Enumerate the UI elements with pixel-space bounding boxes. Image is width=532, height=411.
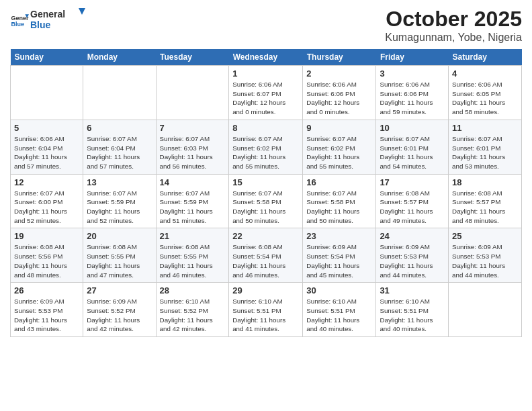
day-info: Sunrise: 6:10 AM Sunset: 5:51 PM Dayligh… [306,297,372,334]
calendar-cell [156,66,229,120]
day-number: 11 [452,123,518,133]
calendar-cell: 3Sunrise: 6:06 AM Sunset: 6:06 PM Daylig… [376,66,449,120]
calendar-cell: 22Sunrise: 6:08 AM Sunset: 5:54 PM Dayli… [229,228,303,283]
day-number: 20 [87,231,152,241]
day-info: Sunrise: 6:07 AM Sunset: 6:03 PM Dayligh… [160,134,226,171]
calendar-cell: 5Sunrise: 6:06 AM Sunset: 6:04 PM Daylig… [11,120,83,174]
day-info: Sunrise: 6:06 AM Sunset: 6:06 PM Dayligh… [380,80,445,117]
calendar-cell: 8Sunrise: 6:07 AM Sunset: 6:02 PM Daylig… [229,120,303,174]
svg-text:Blue: Blue [11,21,24,28]
day-info: Sunrise: 6:07 AM Sunset: 6:01 PM Dayligh… [452,134,518,171]
calendar-cell: 16Sunrise: 6:07 AM Sunset: 5:58 PM Dayli… [303,174,376,228]
day-number: 28 [160,285,226,295]
weekday-header-thursday: Thursday [303,49,376,66]
day-number: 8 [232,123,299,133]
day-number: 15 [232,177,299,187]
calendar-cell: 11Sunrise: 6:07 AM Sunset: 6:01 PM Dayli… [449,120,522,174]
day-number: 18 [452,177,518,187]
day-number: 21 [160,231,226,241]
header: General Blue General Blue October 2025 K… [10,7,522,44]
day-number: 22 [232,231,299,241]
day-info: Sunrise: 6:09 AM Sunset: 5:54 PM Dayligh… [306,242,372,279]
calendar-cell: 20Sunrise: 6:08 AM Sunset: 5:55 PM Dayli… [83,228,156,283]
calendar-cell: 17Sunrise: 6:08 AM Sunset: 5:57 PM Dayli… [376,174,449,228]
weekday-header-friday: Friday [376,49,449,66]
calendar-cell: 19Sunrise: 6:08 AM Sunset: 5:56 PM Dayli… [11,228,83,283]
weekday-header-wednesday: Wednesday [229,49,303,66]
calendar-cell: 2Sunrise: 6:06 AM Sunset: 6:06 PM Daylig… [303,66,376,120]
day-info: Sunrise: 6:06 AM Sunset: 6:05 PM Dayligh… [452,80,518,117]
svg-text:Blue: Blue [30,19,51,30]
calendar-cell: 10Sunrise: 6:07 AM Sunset: 6:01 PM Dayli… [376,120,449,174]
svg-text:General: General [30,9,65,19]
day-number: 7 [160,123,226,133]
calendar-title: October 2025 [385,7,522,32]
day-info: Sunrise: 6:10 AM Sunset: 5:51 PM Dayligh… [232,297,299,334]
title-block: October 2025 Kumagunnam, Yobe, Nigeria [385,7,522,44]
calendar-cell: 25Sunrise: 6:09 AM Sunset: 5:53 PM Dayli… [449,228,522,283]
day-number: 3 [380,68,445,79]
day-info: Sunrise: 6:06 AM Sunset: 6:07 PM Dayligh… [232,80,299,117]
week-row-1: 1Sunrise: 6:06 AM Sunset: 6:07 PM Daylig… [11,66,522,120]
calendar-cell [449,283,522,337]
calendar-cell: 13Sunrise: 6:07 AM Sunset: 5:59 PM Dayli… [83,174,156,228]
calendar-cell: 27Sunrise: 6:09 AM Sunset: 5:52 PM Dayli… [83,283,156,337]
calendar-cell: 1Sunrise: 6:06 AM Sunset: 6:07 PM Daylig… [229,66,303,120]
week-row-3: 12Sunrise: 6:07 AM Sunset: 6:00 PM Dayli… [11,174,522,228]
day-number: 1 [232,68,299,79]
weekday-header-sunday: Sunday [11,49,83,66]
day-number: 12 [14,177,79,187]
calendar-cell: 21Sunrise: 6:08 AM Sunset: 5:55 PM Dayli… [156,228,229,283]
logo-wordmark: General Blue [30,7,87,35]
week-row-4: 19Sunrise: 6:08 AM Sunset: 5:56 PM Dayli… [11,228,522,283]
day-info: Sunrise: 6:07 AM Sunset: 6:01 PM Dayligh… [380,134,445,171]
day-number: 6 [87,123,152,133]
day-info: Sunrise: 6:07 AM Sunset: 6:04 PM Dayligh… [87,134,152,171]
day-info: Sunrise: 6:06 AM Sunset: 6:06 PM Dayligh… [306,80,372,117]
day-info: Sunrise: 6:08 AM Sunset: 5:57 PM Dayligh… [380,189,445,226]
day-number: 26 [14,285,79,295]
calendar-table: SundayMondayTuesdayWednesdayThursdayFrid… [10,49,522,337]
day-info: Sunrise: 6:09 AM Sunset: 5:53 PM Dayligh… [452,242,518,279]
week-row-5: 26Sunrise: 6:09 AM Sunset: 5:53 PM Dayli… [11,283,522,337]
calendar-cell: 23Sunrise: 6:09 AM Sunset: 5:54 PM Dayli… [303,228,376,283]
weekday-header-tuesday: Tuesday [156,49,229,66]
day-number: 5 [14,123,79,133]
calendar-cell: 7Sunrise: 6:07 AM Sunset: 6:03 PM Daylig… [156,120,229,174]
day-info: Sunrise: 6:10 AM Sunset: 5:52 PM Dayligh… [160,297,226,334]
calendar-cell: 26Sunrise: 6:09 AM Sunset: 5:53 PM Dayli… [11,283,83,337]
day-number: 16 [306,177,372,187]
day-number: 23 [306,231,372,241]
day-number: 24 [380,231,445,241]
day-info: Sunrise: 6:07 AM Sunset: 5:58 PM Dayligh… [306,189,372,226]
calendar-cell [11,66,83,120]
day-info: Sunrise: 6:08 AM Sunset: 5:55 PM Dayligh… [87,242,152,279]
svg-marker-6 [79,8,85,15]
day-info: Sunrise: 6:07 AM Sunset: 6:02 PM Dayligh… [306,134,372,171]
calendar-cell: 30Sunrise: 6:10 AM Sunset: 5:51 PM Dayli… [303,283,376,337]
day-number: 19 [14,231,79,241]
day-number: 4 [452,68,518,79]
day-info: Sunrise: 6:09 AM Sunset: 5:53 PM Dayligh… [380,242,445,279]
calendar-cell: 24Sunrise: 6:09 AM Sunset: 5:53 PM Dayli… [376,228,449,283]
calendar-cell: 12Sunrise: 6:07 AM Sunset: 6:00 PM Dayli… [11,174,83,228]
calendar-cell: 15Sunrise: 6:07 AM Sunset: 5:58 PM Dayli… [229,174,303,228]
week-row-2: 5Sunrise: 6:06 AM Sunset: 6:04 PM Daylig… [11,120,522,174]
logo: General Blue General Blue [10,7,87,35]
weekday-header-saturday: Saturday [449,49,522,66]
day-info: Sunrise: 6:07 AM Sunset: 6:00 PM Dayligh… [14,189,79,226]
day-info: Sunrise: 6:07 AM Sunset: 5:59 PM Dayligh… [87,189,152,226]
day-number: 9 [306,123,372,133]
day-info: Sunrise: 6:10 AM Sunset: 5:51 PM Dayligh… [380,297,445,334]
calendar-cell: 31Sunrise: 6:10 AM Sunset: 5:51 PM Dayli… [376,283,449,337]
day-info: Sunrise: 6:09 AM Sunset: 5:52 PM Dayligh… [87,297,152,334]
calendar-cell: 28Sunrise: 6:10 AM Sunset: 5:52 PM Dayli… [156,283,229,337]
day-number: 29 [232,285,299,295]
day-info: Sunrise: 6:07 AM Sunset: 5:59 PM Dayligh… [160,189,226,226]
calendar-cell: 18Sunrise: 6:08 AM Sunset: 5:57 PM Dayli… [449,174,522,228]
calendar-cell: 9Sunrise: 6:07 AM Sunset: 6:02 PM Daylig… [303,120,376,174]
calendar-subtitle: Kumagunnam, Yobe, Nigeria [385,32,522,44]
day-number: 17 [380,177,445,187]
weekday-header-row: SundayMondayTuesdayWednesdayThursdayFrid… [11,49,522,66]
weekday-header-monday: Monday [83,49,156,66]
